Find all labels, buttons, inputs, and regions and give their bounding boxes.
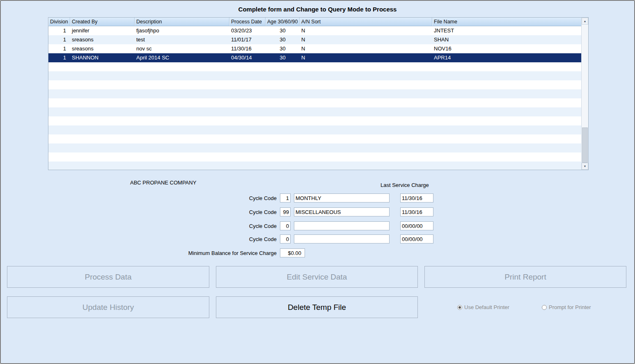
cell-division: 1 xyxy=(48,35,70,44)
cycle-description-3-input[interactable] xyxy=(294,221,390,230)
cell-division: 1 xyxy=(48,53,70,62)
cell-created_by: jennifer xyxy=(70,26,135,35)
cycle-code-3-input[interactable] xyxy=(280,221,291,230)
cell-division: 1 xyxy=(48,26,70,35)
cell-description: April 2014 SC xyxy=(135,53,229,62)
use-default-printer-radio[interactable]: Use Default Printer xyxy=(457,304,509,310)
grid-row-empty[interactable] xyxy=(48,125,581,134)
cycle-description-2-input[interactable] xyxy=(294,207,390,216)
last-service-charge-label: Last Service Charge xyxy=(381,182,429,188)
cell-created_by: SHANNON xyxy=(70,53,135,62)
scroll-up-button[interactable]: ▲ xyxy=(582,18,588,25)
grid-row-empty[interactable] xyxy=(48,107,581,116)
cell-process_date: 03/20/23 xyxy=(229,26,266,35)
column-header-created_by[interactable]: Created By xyxy=(70,18,135,26)
cell-process_date: 11/30/16 xyxy=(229,44,266,53)
scrollbar-track[interactable] xyxy=(582,25,588,163)
cell-file_name: APR14 xyxy=(432,53,581,62)
cell-description: fjasofjhpo xyxy=(135,26,229,35)
cell-division: 1 xyxy=(48,44,70,53)
radio-button-icon xyxy=(542,305,547,310)
min-balance-input[interactable] xyxy=(280,248,305,257)
cycle-code-label: Cycle Code xyxy=(198,223,277,229)
cell-an_sort: N xyxy=(300,44,432,53)
column-header-file_name[interactable]: File Name xyxy=(432,18,581,26)
cell-description: test xyxy=(135,35,229,44)
service-charge-grid: DivisionCreated ByDescriptionProcess Dat… xyxy=(48,17,589,170)
grid-content: DivisionCreated ByDescriptionProcess Dat… xyxy=(48,18,581,170)
cycle-code-row-1: Cycle Code xyxy=(1,193,634,202)
cycle-code-4-input[interactable] xyxy=(280,234,291,243)
grid-row-empty[interactable] xyxy=(48,134,581,143)
cell-age: 30 xyxy=(266,35,300,44)
grid-header: DivisionCreated ByDescriptionProcess Dat… xyxy=(48,18,581,26)
scrollbar-thumb[interactable] xyxy=(582,127,588,163)
prompt-for-printer-label: Prompt for Printer xyxy=(549,304,591,310)
cell-process_date: 11/01/17 xyxy=(229,35,266,44)
grid-row-empty[interactable] xyxy=(48,89,581,98)
vertical-scrollbar[interactable]: ▲ ▼ xyxy=(581,18,588,170)
cell-created_by: sreasons xyxy=(70,44,135,53)
prompt-for-printer-radio[interactable]: Prompt for Printer xyxy=(542,304,591,310)
cycle-code-label: Cycle Code xyxy=(198,195,277,201)
min-balance-label: Minimum Balance for Service Charge xyxy=(136,250,277,256)
cell-an_sort: N xyxy=(300,26,432,35)
radio-button-icon xyxy=(457,305,462,310)
cell-an_sort: N xyxy=(300,53,432,62)
cell-age: 30 xyxy=(266,26,300,35)
cycle-code-label: Cycle Code xyxy=(198,209,277,215)
cycle-code-label: Cycle Code xyxy=(198,236,277,242)
grid-row-empty[interactable] xyxy=(48,62,581,71)
column-header-age[interactable]: Age 30/60/90 xyxy=(266,18,300,26)
cell-file_name: NOV16 xyxy=(432,44,581,53)
cell-age: 30 xyxy=(266,53,300,62)
company-name-label: ABC PROPANE COMPANY xyxy=(130,180,196,186)
use-default-printer-label: Use Default Printer xyxy=(464,304,509,310)
cycle-code-row-4: Cycle Code xyxy=(1,234,634,243)
last-charge-date-4-input[interactable] xyxy=(400,234,433,243)
grid-row[interactable]: 1sreasonstest11/01/1730NSHAN xyxy=(48,35,581,44)
delete-temp-file-button[interactable]: Delete Temp File xyxy=(216,296,418,318)
last-charge-date-1-input[interactable] xyxy=(400,193,433,202)
grid-row[interactable]: 1jenniferfjasofjhpo03/20/2330NJNTEST xyxy=(48,26,581,35)
grid-row-empty[interactable] xyxy=(48,143,581,152)
update-history-button[interactable]: Update History xyxy=(7,296,209,318)
cell-age: 30 xyxy=(266,44,300,53)
cycle-code-row-3: Cycle Code xyxy=(1,221,634,230)
cycle-code-1-input[interactable] xyxy=(280,193,291,202)
edit-service-data-button[interactable]: Edit Service Data xyxy=(216,266,418,288)
cell-description: nov sc xyxy=(135,44,229,53)
grid-row-empty[interactable] xyxy=(48,162,581,170)
cell-process_date: 04/30/14 xyxy=(229,53,266,62)
grid-body: 1jenniferfjasofjhpo03/20/2330NJNTEST1sre… xyxy=(48,26,581,170)
print-report-button[interactable]: Print Report xyxy=(424,266,626,288)
page-title: Complete form and Change to Query Mode t… xyxy=(1,6,634,13)
cell-file_name: JNTEST xyxy=(432,26,581,35)
cycle-description-4-input[interactable] xyxy=(294,234,390,243)
column-header-an_sort[interactable]: A/N Sort xyxy=(300,18,432,26)
column-header-division[interactable]: Division xyxy=(48,18,70,26)
last-charge-date-3-input[interactable] xyxy=(400,221,433,230)
scroll-down-button[interactable]: ▼ xyxy=(582,163,588,170)
column-header-description[interactable]: Description xyxy=(135,18,229,26)
app-window: Complete form and Change to Query Mode t… xyxy=(0,0,635,364)
scroll-up-icon: ▲ xyxy=(584,20,587,23)
grid-row[interactable]: 1sreasonsnov sc11/30/1630NNOV16 xyxy=(48,44,581,53)
cycle-description-1-input[interactable] xyxy=(294,193,390,202)
grid-row-empty[interactable] xyxy=(48,80,581,89)
grid-row[interactable]: 1SHANNONApril 2014 SC04/30/1430NAPR14 xyxy=(48,53,581,62)
grid-row-empty[interactable] xyxy=(48,71,581,80)
grid-row-empty[interactable] xyxy=(48,98,581,107)
last-charge-date-2-input[interactable] xyxy=(400,207,433,216)
scroll-down-icon: ▼ xyxy=(584,165,587,168)
cycle-code-2-input[interactable] xyxy=(280,207,291,216)
grid-row-empty[interactable] xyxy=(48,116,581,125)
cell-file_name: SHAN xyxy=(432,35,581,44)
cell-an_sort: N xyxy=(300,35,432,44)
cycle-code-row-2: Cycle Code xyxy=(1,207,634,216)
column-header-process_date[interactable]: Process Date xyxy=(229,18,266,26)
grid-row-empty[interactable] xyxy=(48,152,581,162)
process-data-button[interactable]: Process Data xyxy=(7,266,209,288)
cell-created_by: sreasons xyxy=(70,35,135,44)
